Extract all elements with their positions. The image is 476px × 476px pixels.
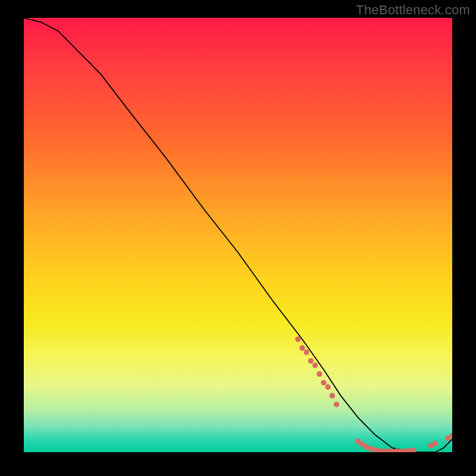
marker-point bbox=[317, 371, 322, 377]
marker-point bbox=[334, 402, 339, 407]
marker-point bbox=[299, 345, 305, 350]
marker-point bbox=[330, 393, 335, 398]
marker-point bbox=[433, 441, 438, 446]
marker-point bbox=[304, 349, 309, 355]
marker-point bbox=[411, 447, 416, 452]
marker-point bbox=[321, 380, 326, 385]
bottleneck-curve bbox=[24, 18, 452, 452]
watermark-text: TheBottleneck.com bbox=[356, 2, 470, 18]
chart-frame: TheBottleneck.com bbox=[0, 0, 476, 476]
marker-point bbox=[295, 336, 300, 342]
data-markers bbox=[295, 336, 452, 452]
chart-svg bbox=[24, 18, 452, 452]
marker-point bbox=[325, 384, 331, 390]
plot-area bbox=[24, 18, 452, 452]
marker-point bbox=[312, 362, 318, 368]
marker-point bbox=[308, 358, 314, 364]
